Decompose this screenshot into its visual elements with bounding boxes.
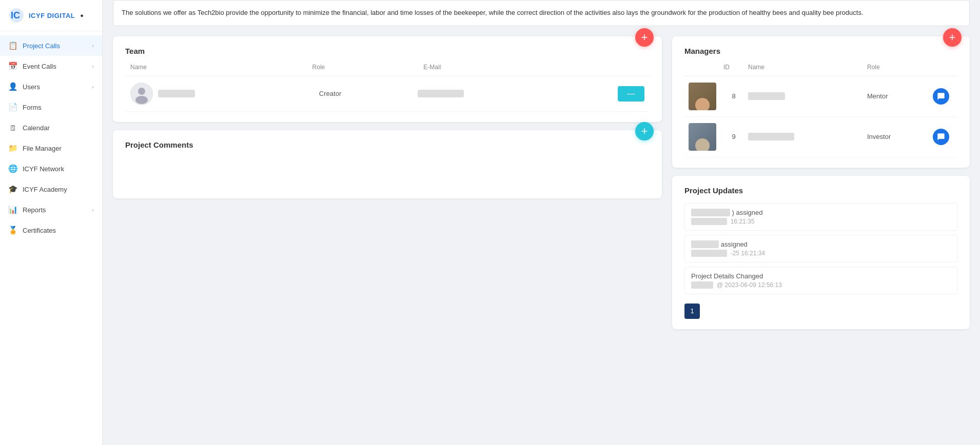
sidebar-label-reports: Reports	[23, 206, 46, 214]
sidebar-item-project-calls[interactable]: 📋 Project Calls ›	[0, 35, 102, 56]
update-blurred-sub	[691, 281, 713, 289]
sidebar-label-icyf-academy: ICYF Academy	[23, 186, 67, 193]
blurred-manager-name	[748, 133, 794, 140]
sidebar-item-forms[interactable]: 📄 Forms	[0, 97, 102, 117]
manager-id: 8	[723, 92, 744, 100]
sidebar-item-certificates[interactable]: 🏅 Certificates	[0, 220, 102, 240]
team-member-role: Creator	[319, 90, 413, 97]
managers-title: Managers	[684, 47, 957, 55]
update-sub-text: -25 16:21:34	[691, 250, 951, 257]
managers-table: ID Name Role 8	[684, 64, 957, 157]
avatar	[689, 123, 716, 151]
team-member-email	[418, 90, 613, 97]
svg-text:IC: IC	[11, 10, 20, 21]
manager-name	[748, 133, 863, 140]
sidebar-item-users[interactable]: 👤 Users ›	[0, 76, 102, 97]
chevron-icon-event-calls: ›	[92, 63, 94, 69]
table-row: 8 Mentor	[684, 76, 957, 117]
blurred-name	[158, 90, 195, 97]
team-member-name	[158, 90, 314, 97]
chevron-icon-users: ›	[92, 84, 94, 90]
mgr-col-avatar	[689, 64, 719, 71]
update-sub-text: @ 2023-06-09 12:56:13	[691, 281, 951, 289]
managers-table-header: ID Name Role	[684, 64, 957, 76]
page-1-button[interactable]: 1	[684, 304, 700, 319]
description-text: The solutions we offer as Tech2bio provi…	[122, 9, 864, 16]
reports-icon: 📊	[8, 205, 17, 214]
avatar-icon	[130, 83, 153, 105]
mgr-col-id: ID	[723, 64, 744, 71]
sidebar-item-file-manager[interactable]: 📁 File Manager	[0, 138, 102, 158]
file-manager-icon: 📁	[8, 144, 17, 153]
updates-list: ) assigned 16:21:35	[684, 203, 957, 297]
left-column: + Team Name Role E-Mail	[113, 36, 662, 329]
update-text: Project Details Changed	[691, 272, 763, 280]
pagination: 1	[684, 304, 957, 319]
team-col-name: Name	[130, 64, 307, 71]
forms-icon: 📄	[8, 103, 17, 112]
add-team-button[interactable]: +	[635, 28, 654, 47]
manager-role: Mentor	[867, 92, 929, 100]
project-comments-title: Project Comments	[125, 140, 650, 149]
sidebar-item-calendar[interactable]: 🗓 Calendar	[0, 117, 102, 138]
managers-card: + Managers ID Name Role	[672, 36, 970, 168]
avatar	[130, 83, 153, 105]
mgr-col-name: Name	[748, 64, 863, 71]
logo-text: ICYF DIGITAL	[29, 12, 75, 19]
message-manager-button[interactable]	[933, 88, 949, 105]
update-blurred-sub	[691, 250, 727, 257]
svg-point-3	[138, 88, 145, 95]
update-suffix: assigned	[721, 240, 748, 248]
update-timestamp: -25 16:21:34	[729, 250, 765, 257]
blurred-email	[418, 90, 464, 97]
svg-point-4	[135, 96, 148, 104]
sidebar-label-event-calls: Event Calls	[23, 63, 56, 70]
sidebar: IC ICYF DIGITAL ● 📋 Project Calls › 📅 Ev…	[0, 0, 103, 445]
table-row: Creator —	[125, 76, 650, 112]
team-card: + Team Name Role E-Mail	[113, 36, 662, 122]
sidebar-label-forms: Forms	[23, 104, 42, 111]
list-item: Project Details Changed @ 2023-06-09 12:…	[684, 267, 957, 294]
sidebar-item-event-calls[interactable]: 📅 Event Calls ›	[0, 56, 102, 76]
message-icon	[937, 92, 945, 100]
sidebar-item-icyf-network[interactable]: 🌐 ICYF Network	[0, 158, 102, 179]
message-icon	[937, 133, 945, 141]
comments-empty-area	[125, 157, 650, 188]
remove-member-button[interactable]: —	[618, 86, 644, 102]
right-column: + Managers ID Name Role	[672, 36, 970, 329]
two-column-layout: + Team Name Role E-Mail	[113, 36, 970, 329]
mgr-col-role: Role	[867, 64, 929, 71]
project-calls-icon: 📋	[8, 41, 17, 50]
update-main-text: assigned	[691, 240, 951, 248]
message-manager-button[interactable]	[933, 129, 949, 145]
project-updates-title: Project Updates	[684, 186, 957, 195]
chevron-icon-reports: ›	[92, 207, 94, 213]
sidebar-item-reports[interactable]: 📊 Reports ›	[0, 199, 102, 220]
blurred-manager-name	[748, 92, 785, 100]
project-description: The solutions we offer as Tech2bio provi…	[113, 0, 970, 26]
event-calls-icon: 📅	[8, 62, 17, 71]
update-suffix: ) assigned	[732, 209, 762, 216]
table-row: 9 Investor	[684, 117, 957, 157]
sidebar-label-icyf-network: ICYF Network	[23, 165, 64, 173]
sidebar-label-certificates: Certificates	[23, 227, 56, 234]
update-main-text: ) assigned	[691, 209, 951, 216]
update-blurred-name	[691, 209, 730, 216]
update-blurred-sub	[691, 218, 727, 225]
project-comments-card: + Project Comments	[113, 130, 662, 198]
team-table: Name Role E-Mail	[125, 64, 650, 112]
add-manager-button[interactable]: +	[943, 28, 962, 47]
sidebar-label-file-manager: File Manager	[23, 145, 62, 152]
avatar-face	[695, 138, 710, 151]
update-sub-text: 16:21:35	[691, 218, 951, 225]
icyf-academy-icon: 🎓	[8, 185, 17, 194]
sidebar-label-project-calls: Project Calls	[23, 42, 60, 50]
sidebar-label-users: Users	[23, 83, 40, 91]
manager-name	[748, 92, 863, 100]
sidebar-item-icyf-academy[interactable]: 🎓 ICYF Academy	[0, 179, 102, 199]
team-col-email: E-Mail	[423, 64, 644, 71]
team-col-role: Role	[312, 64, 419, 71]
manager-role: Investor	[867, 133, 929, 140]
add-comment-button[interactable]: +	[635, 122, 654, 140]
main-content: The solutions we offer as Tech2bio provi…	[103, 0, 980, 445]
